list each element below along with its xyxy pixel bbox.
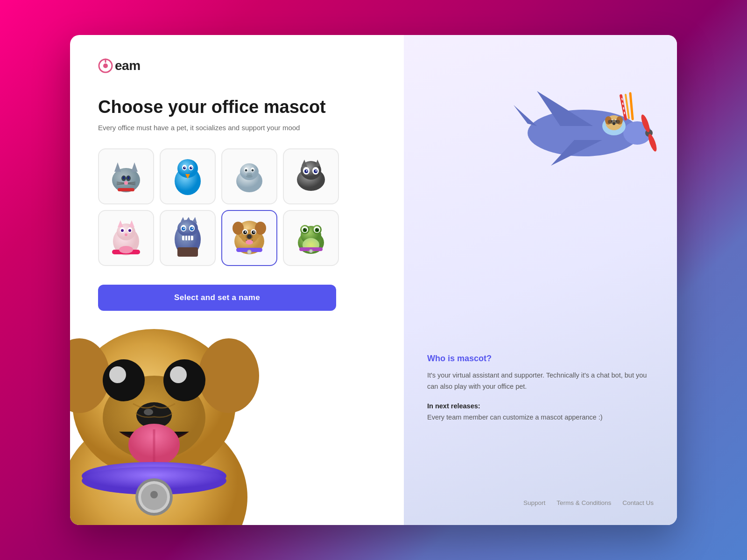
cat-icon: [107, 158, 145, 195]
pug-plane-illustration: [500, 54, 663, 194]
mascot-description: It's your virtual assistant and supporte…: [427, 370, 658, 392]
svg-point-88: [247, 251, 251, 254]
svg-point-1: [103, 63, 108, 68]
svg-point-84: [247, 234, 252, 239]
svg-point-32: [245, 169, 247, 171]
svg-point-112: [647, 133, 658, 153]
svg-line-124: [630, 93, 633, 119]
svg-point-135: [170, 366, 187, 383]
monster-icon: [169, 217, 206, 259]
svg-point-81: [245, 231, 246, 233]
mascot-next-releases: In next releases: Every team member can …: [427, 401, 658, 423]
logo-icon: [98, 58, 113, 73]
right-panel-info: Who is mascot? It's your virtual assista…: [427, 354, 658, 432]
kitty-icon: [107, 218, 145, 258]
svg-point-43: [306, 170, 308, 172]
husky-icon: [292, 159, 330, 194]
svg-point-52: [128, 229, 131, 232]
logo: eam: [98, 58, 406, 73]
svg-rect-71: [177, 247, 198, 257]
svg-point-66: [192, 227, 193, 229]
svg-rect-17: [118, 188, 134, 191]
svg-point-10: [124, 181, 128, 185]
plane-svg: [500, 54, 663, 194]
logo-text: eam: [115, 58, 141, 73]
pug-large-svg: [70, 273, 266, 525]
svg-point-82: [253, 231, 254, 233]
svg-point-25: [184, 167, 185, 168]
svg-point-33: [252, 169, 254, 171]
duck-icon: [231, 158, 268, 195]
bird-icon: [169, 155, 206, 197]
frog-icon: [292, 219, 330, 257]
footer-link-terms[interactable]: Terms & Conditions: [557, 499, 611, 506]
mascot-card-duck[interactable]: Name your pug: [221, 148, 277, 204]
svg-point-130: [198, 338, 259, 413]
svg-point-99: [305, 229, 306, 230]
footer-link-contact[interactable]: Contact Us: [622, 499, 654, 506]
svg-rect-122: [608, 120, 620, 124]
svg-marker-109: [514, 105, 537, 126]
svg-marker-47: [118, 220, 123, 227]
right-panel: Who is mascot? It's your virtual assista…: [404, 35, 677, 525]
svg-point-34: [246, 175, 253, 178]
mascot-card-cat[interactable]: [98, 148, 154, 204]
svg-marker-5: [131, 162, 138, 172]
mascot-card-husky[interactable]: [283, 148, 339, 204]
svg-point-53: [125, 233, 127, 236]
pug-icon: [230, 218, 269, 258]
svg-point-104: [310, 250, 312, 252]
svg-point-26: [191, 167, 192, 168]
svg-point-55: [119, 246, 133, 253]
mascot-question: Who is mascot?: [427, 354, 658, 364]
svg-point-23: [183, 167, 186, 169]
footer-link-support[interactable]: Support: [523, 499, 545, 506]
svg-point-74: [233, 222, 244, 235]
svg-point-8: [123, 176, 125, 179]
mascot-card-frog[interactable]: [283, 210, 339, 266]
mascot-grid: Name your pug: [98, 148, 406, 266]
svg-point-75: [255, 222, 266, 235]
svg-marker-58: [181, 217, 185, 223]
svg-point-24: [190, 167, 192, 169]
svg-point-134: [109, 366, 126, 383]
mascot-card-kitty[interactable]: [98, 210, 154, 266]
main-window: eam Choose your office mascot Every offi…: [70, 35, 677, 525]
svg-point-145: [150, 491, 158, 498]
pug-left-illustration: [70, 273, 266, 525]
page-title: Choose your office mascot: [98, 97, 406, 118]
svg-marker-4: [114, 162, 121, 172]
svg-point-44: [316, 170, 317, 172]
svg-marker-48: [129, 220, 134, 227]
mascot-card-bird[interactable]: [160, 148, 216, 204]
svg-point-9: [127, 176, 129, 179]
page-subtitle: Every office must have a pet, it sociali…: [98, 124, 406, 132]
mascot-card-monster[interactable]: [160, 210, 216, 266]
svg-point-137: [144, 409, 153, 415]
svg-point-65: [183, 227, 185, 229]
footer-links: Support Terms & Conditions Contact Us: [523, 499, 654, 506]
svg-point-100: [317, 229, 318, 230]
svg-point-51: [121, 229, 124, 232]
svg-point-85: [246, 240, 253, 245]
mascot-card-pug[interactable]: [221, 210, 277, 266]
